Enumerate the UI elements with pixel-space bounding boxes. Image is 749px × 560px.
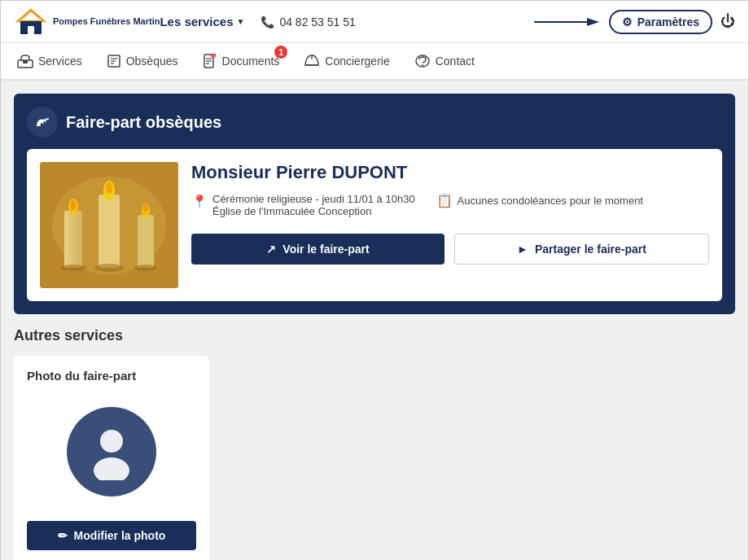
sidebar-item-obseques[interactable]: Obsèques: [107, 54, 178, 68]
deceased-name: Monsieur Pierre DUPONT: [191, 162, 709, 183]
logo-area: Pompes Funèbres Martin: [14, 7, 160, 37]
view-fairepart-label: Voir le faire-part: [283, 243, 369, 256]
photo-card-title: Photo du faire-part: [27, 369, 136, 383]
sidebar-item-services[interactable]: Services: [17, 54, 82, 68]
avatar-placeholder: [67, 407, 156, 497]
header-arrow: [534, 14, 599, 30]
svg-point-39: [100, 430, 123, 453]
candles-svg: [40, 162, 178, 288]
contact-icon: [414, 54, 431, 68]
actions-row: ↗ Voir le faire-part ► Partager le faire…: [191, 234, 709, 265]
fairepart-icon: [27, 107, 58, 138]
sidebar-item-documents[interactable]: 1 Documents 1: [203, 54, 280, 68]
ceremony-line1: Cérémonie religieuse - jeudi 11/01 à 10h…: [212, 193, 415, 205]
phone-number: 04 82 53 51 51: [279, 15, 355, 28]
logo-text: Pompes Funèbres Martin: [53, 16, 160, 27]
svg-rect-38: [40, 162, 178, 288]
location-icon: 📍: [191, 194, 208, 209]
header: Pompes Funèbres Martin Les services ▼ 📞 …: [1, 1, 748, 43]
fairepart-title: Faire-part obsèques: [66, 113, 221, 132]
conciergerie-icon: [304, 54, 320, 68]
fairepart-body: Monsieur Pierre DUPONT 📍 Cérémonie relig…: [27, 149, 722, 301]
avatar-silhouette: [83, 423, 140, 480]
conciergerie-label: Conciergerie: [325, 55, 389, 68]
ceremony-details: Cérémonie religieuse - jeudi 11/01 à 10h…: [212, 193, 415, 217]
sidebar-item-conciergerie[interactable]: Conciergerie: [304, 54, 389, 68]
documents-label: Documents: [222, 55, 280, 68]
ceremony-row: 📍 Cérémonie religieuse - jeudi 11/01 à 1…: [191, 193, 709, 217]
autres-services-title: Autres services: [14, 327, 735, 344]
fairepart-header-icon: [33, 113, 51, 131]
documents-badge: 1: [274, 46, 287, 59]
view-fairepart-button[interactable]: ↗ Voir le faire-part: [191, 234, 445, 265]
contact-label: Contact: [436, 55, 475, 68]
power-button[interactable]: ⏻: [721, 13, 735, 30]
main-content: Faire-part obsèques: [1, 81, 748, 560]
services-icon: [17, 54, 33, 68]
fairepart-header: Faire-part obsèques: [27, 107, 722, 138]
condolences-text: Aucunes condoléances pour le moment: [458, 195, 643, 207]
logo-icon: [14, 7, 48, 37]
pencil-icon: ✏: [58, 529, 68, 542]
external-link-icon: ↗: [266, 243, 276, 256]
svg-point-22: [422, 64, 423, 66]
les-services-label: Les services: [160, 15, 233, 28]
parametres-label: Paramètres: [637, 15, 699, 28]
candles-image: [40, 162, 178, 288]
condolences-icon: 📋: [436, 193, 453, 208]
header-phone: 📞 04 82 53 51 51: [261, 15, 355, 28]
share-fairepart-button[interactable]: ► Partager le faire-part: [454, 234, 709, 265]
svg-marker-6: [587, 18, 599, 26]
ceremony-line2: Église de l'Immaculée Conception: [212, 205, 415, 217]
arrow-icon: [534, 14, 599, 30]
svg-rect-4: [28, 26, 34, 34]
fairepart-info: Monsieur Pierre DUPONT 📍 Cérémonie relig…: [191, 162, 709, 288]
services-grid: Photo du faire-part ✏ Modifier la photo: [14, 356, 735, 560]
sidebar-item-contact[interactable]: Contact: [414, 54, 475, 68]
svg-rect-8: [23, 60, 28, 63]
phone-icon: 📞: [261, 15, 274, 28]
parametres-button[interactable]: ⚙ Paramètres: [609, 10, 712, 34]
share-fairepart-label: Partager le faire-part: [535, 243, 646, 256]
condolences-row: 📋 Aucunes condoléances pour le moment: [436, 193, 643, 208]
power-icon: ⏻: [721, 13, 735, 29]
gear-icon: ⚙: [622, 15, 633, 28]
autres-services-section: Autres services Photo du faire-part ✏ Mo…: [14, 327, 735, 560]
photo-card: Photo du faire-part ✏ Modifier la photo: [14, 356, 209, 560]
documents-icon: 1: [203, 54, 217, 68]
obseques-label: Obsèques: [126, 55, 178, 68]
modify-photo-label: Modifier la photo: [74, 529, 166, 542]
navbar: Services Obsèques 1 Documents 1: [1, 43, 748, 81]
obseques-icon: [107, 54, 121, 68]
les-services-button[interactable]: Les services ▼: [160, 15, 244, 28]
modify-photo-button[interactable]: ✏ Modifier la photo: [27, 521, 196, 550]
chevron-down-icon: ▼: [237, 17, 245, 26]
svg-point-40: [94, 457, 129, 480]
share-icon: ►: [517, 243, 528, 256]
fairepart-section: Faire-part obsèques: [14, 94, 735, 314]
services-label: Services: [38, 55, 82, 68]
